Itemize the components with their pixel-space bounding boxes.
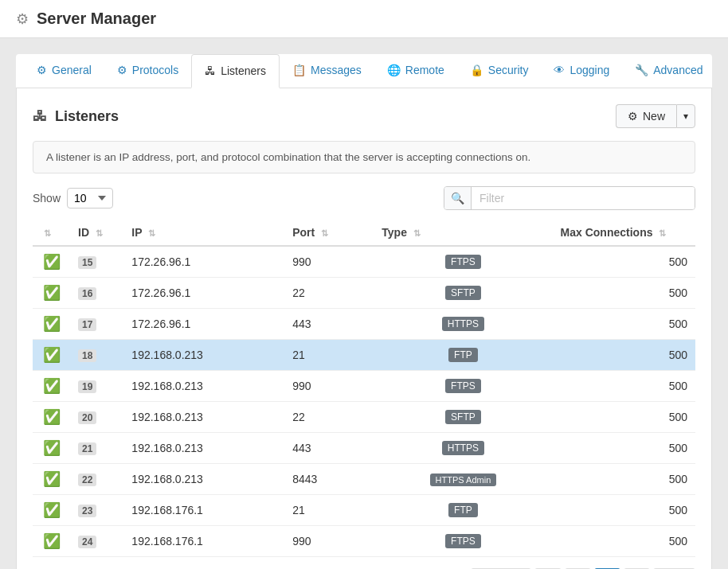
type-badge: HTTPS Admin bbox=[430, 474, 497, 486]
status-cell: ✅ bbox=[33, 433, 70, 464]
type-cell: SFTP bbox=[374, 278, 552, 309]
sort-icon-id: ⇅ bbox=[96, 228, 103, 238]
ip-cell: 192.168.0.213 bbox=[123, 402, 284, 433]
id-cell: 15 bbox=[70, 246, 123, 278]
tab-advanced[interactable]: 🔧 Advanced bbox=[622, 54, 715, 88]
new-dropdown-button[interactable]: ▾ bbox=[676, 104, 695, 128]
table-row[interactable]: ✅ 15 172.26.96.1 990 FTPS 500 bbox=[33, 246, 695, 278]
type-cell: FTP bbox=[374, 340, 552, 371]
col-type[interactable]: Type ⇅ bbox=[374, 220, 552, 246]
table-row[interactable]: ✅ 24 192.168.176.1 990 FTPS 500 bbox=[33, 526, 695, 557]
status-cell: ✅ bbox=[33, 371, 70, 402]
messages-icon: 📋 bbox=[292, 64, 306, 76]
maxconn-cell: 500 bbox=[553, 371, 695, 402]
type-badge: FTPS bbox=[445, 255, 481, 269]
table-row[interactable]: ✅ 20 192.168.0.213 22 SFTP 500 bbox=[33, 402, 695, 433]
maxconn-cell: 500 bbox=[553, 526, 695, 557]
type-badge: HTTPS bbox=[442, 317, 484, 331]
active-icon: ✅ bbox=[43, 254, 61, 270]
listeners-table: ⇅ ID ⇅ IP ⇅ Port ⇅ Type bbox=[33, 220, 695, 557]
type-badge: FTP bbox=[448, 503, 478, 517]
port-cell: 22 bbox=[284, 402, 374, 433]
id-cell: 24 bbox=[70, 526, 123, 557]
status-cell: ✅ bbox=[33, 246, 70, 278]
table-row[interactable]: ✅ 16 172.26.96.1 22 SFTP 500 bbox=[33, 278, 695, 309]
listeners-panel-icon: 🖧 bbox=[33, 108, 47, 125]
id-cell: 20 bbox=[70, 402, 123, 433]
maxconn-cell: 500 bbox=[553, 433, 695, 464]
port-cell: 990 bbox=[284, 526, 374, 557]
port-cell: 990 bbox=[284, 371, 374, 402]
table-row[interactable]: ✅ 23 192.168.176.1 21 FTP 500 bbox=[33, 495, 695, 526]
sort-icon-ip: ⇅ bbox=[148, 228, 155, 238]
id-badge: 20 bbox=[78, 411, 96, 424]
ip-cell: 172.26.96.1 bbox=[123, 246, 284, 278]
tab-logging[interactable]: 👁 Logging bbox=[541, 54, 622, 88]
maxconn-cell: 500 bbox=[553, 495, 695, 526]
active-icon: ✅ bbox=[43, 440, 61, 456]
id-cell: 17 bbox=[70, 309, 123, 340]
id-badge: 21 bbox=[78, 442, 96, 455]
type-cell: FTPS bbox=[374, 371, 552, 402]
sort-icon-maxconn: ⇅ bbox=[659, 228, 666, 238]
active-icon: ✅ bbox=[43, 285, 61, 301]
tab-messages[interactable]: 📋 Messages bbox=[280, 54, 374, 88]
id-badge: 23 bbox=[78, 505, 96, 517]
ip-cell: 172.26.96.1 bbox=[123, 309, 284, 340]
logging-icon: 👁 bbox=[554, 64, 565, 76]
filter-input[interactable] bbox=[472, 187, 695, 209]
type-badge: FTPS bbox=[445, 534, 481, 548]
port-cell: 990 bbox=[284, 246, 374, 278]
protocols-icon: ⚙ bbox=[117, 64, 127, 76]
id-badge: 24 bbox=[78, 536, 96, 548]
status-cell: ✅ bbox=[33, 278, 70, 309]
sort-icon-port: ⇅ bbox=[321, 228, 328, 238]
active-icon: ✅ bbox=[43, 409, 61, 425]
advanced-icon: 🔧 bbox=[635, 64, 648, 76]
general-icon: ⚙ bbox=[37, 64, 47, 76]
new-button[interactable]: ⚙ New bbox=[616, 104, 676, 128]
table-row[interactable]: ✅ 17 172.26.96.1 443 HTTPS 500 bbox=[33, 309, 695, 340]
id-badge: 17 bbox=[78, 318, 96, 331]
id-cell: 16 bbox=[70, 278, 123, 309]
app-title: Server Manager bbox=[37, 10, 156, 28]
status-cell: ✅ bbox=[33, 495, 70, 526]
id-cell: 23 bbox=[70, 495, 123, 526]
type-cell: FTPS bbox=[374, 526, 552, 557]
tab-protocols[interactable]: ⚙ Protocols bbox=[104, 54, 191, 88]
tab-general[interactable]: ⚙ General bbox=[24, 54, 104, 88]
port-cell: 443 bbox=[284, 309, 374, 340]
maxconn-cell: 500 bbox=[553, 278, 695, 309]
type-cell: FTPS bbox=[374, 246, 552, 278]
maxconn-cell: 500 bbox=[553, 402, 695, 433]
panel-title: 🖧 Listeners bbox=[33, 108, 119, 125]
id-badge: 18 bbox=[78, 349, 96, 362]
id-cell: 21 bbox=[70, 433, 123, 464]
tab-security[interactable]: 🔒 Security bbox=[457, 54, 542, 88]
active-icon: ✅ bbox=[43, 378, 61, 394]
active-icon: ✅ bbox=[43, 347, 61, 363]
table-row[interactable]: ✅ 22 192.168.0.213 8443 HTTPS Admin 500 bbox=[33, 464, 695, 495]
settings-icon: ⚙ bbox=[628, 110, 638, 123]
port-cell: 21 bbox=[284, 340, 374, 371]
tab-listeners[interactable]: 🖧 Listeners bbox=[191, 54, 280, 88]
status-cell: ✅ bbox=[33, 309, 70, 340]
table-row[interactable]: ✅ 18 192.168.0.213 21 FTP 500 bbox=[33, 340, 695, 371]
id-badge: 22 bbox=[78, 474, 96, 486]
maxconn-cell: 500 bbox=[553, 464, 695, 495]
sort-icon-type: ⇅ bbox=[413, 228, 421, 238]
col-id[interactable]: ID ⇅ bbox=[70, 220, 123, 246]
tab-remote[interactable]: 🌐 Remote bbox=[374, 54, 457, 88]
table-row[interactable]: ✅ 19 192.168.0.213 990 FTPS 500 bbox=[33, 371, 695, 402]
col-maxconn[interactable]: Max Connections ⇅ bbox=[553, 220, 695, 246]
maxconn-cell: 500 bbox=[553, 309, 695, 340]
port-cell: 22 bbox=[284, 278, 374, 309]
active-icon: ✅ bbox=[43, 471, 61, 487]
show-select[interactable]: 10 25 50 100 bbox=[67, 188, 113, 209]
status-cell: ✅ bbox=[33, 402, 70, 433]
ip-cell: 192.168.0.213 bbox=[123, 464, 284, 495]
table-row[interactable]: ✅ 21 192.168.0.213 443 HTTPS 500 bbox=[33, 433, 695, 464]
col-port[interactable]: Port ⇅ bbox=[284, 220, 374, 246]
col-ip[interactable]: IP ⇅ bbox=[123, 220, 284, 246]
app-header: ⚙ Server Manager bbox=[0, 0, 728, 38]
